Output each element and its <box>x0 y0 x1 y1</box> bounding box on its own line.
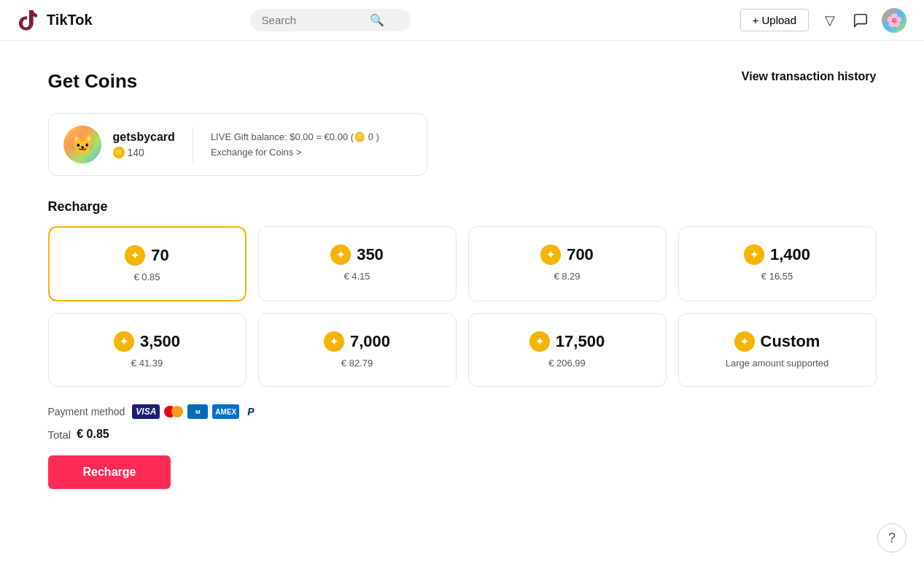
live-gift-balance: LIVE Gift balance: $0.00 = €0.00 (🪙 0 ) <box>211 131 379 142</box>
coin-card-2[interactable]: ✦700€ 8.29 <box>468 226 667 301</box>
recharge-section-title: Recharge <box>48 199 877 215</box>
coin-price-text: € 41.39 <box>131 358 163 369</box>
search-input[interactable] <box>262 14 364 26</box>
filter-icon[interactable]: ▽ <box>820 11 839 30</box>
total-value: € 0.85 <box>77 428 109 441</box>
vertical-divider <box>193 127 193 162</box>
user-avatar: 🐱 <box>63 126 101 163</box>
header-actions: + Upload ▽ 🌸 <box>740 8 906 33</box>
exchange-for-coins-link[interactable]: Exchange for Coins > <box>211 147 379 158</box>
maestro-icon: M <box>187 404 208 419</box>
coin-amount-text: 350 <box>357 245 384 264</box>
coin-amount-row: ✦Custom <box>734 331 820 352</box>
visa-icon: VISA <box>132 404 160 419</box>
live-gift-info: LIVE Gift balance: $0.00 = €0.00 (🪙 0 ) … <box>211 131 379 158</box>
avatar[interactable]: 🌸 <box>882 8 906 33</box>
coin-amount-row: ✦17,500 <box>529 331 605 352</box>
paypal-icon: P <box>244 404 257 419</box>
coin-amount-row: ✦700 <box>540 244 594 265</box>
view-transaction-history-link[interactable]: View transaction history <box>742 70 877 83</box>
mastercard-icon <box>164 406 183 417</box>
search-icon: 🔍 <box>370 13 384 27</box>
coin-price-text: € 8.29 <box>554 271 580 282</box>
coin-price-text: € 16.55 <box>761 271 793 282</box>
header: TikTok 🔍 + Upload ▽ 🌸 <box>0 0 924 41</box>
search-bar[interactable]: 🔍 <box>250 9 411 31</box>
payment-method-label: Payment method <box>48 406 125 417</box>
total-label: Total <box>48 428 71 441</box>
coin-card-1[interactable]: ✦350€ 4.15 <box>258 226 457 301</box>
user-info: getsbycard 🪙 140 <box>113 131 175 158</box>
coin-price-text: Large amount supported <box>726 358 829 369</box>
coin-card-0[interactable]: ✦70€ 0.85 <box>48 226 246 301</box>
coin-amount-text: 1,400 <box>770 245 810 264</box>
messages-icon[interactable] <box>851 11 870 30</box>
coin-card-4[interactable]: ✦3,500€ 41.39 <box>48 313 246 387</box>
tiktok-coin-icon: ✦ <box>330 244 351 265</box>
tiktok-coin-icon: ✦ <box>114 331 134 352</box>
coin-price-text: € 206.99 <box>548 358 586 369</box>
coin-card-6[interactable]: ✦17,500€ 206.99 <box>468 313 667 387</box>
main-content: Get Coins View transaction history 🐱 get… <box>25 41 900 518</box>
coin-amount-row: ✦7,000 <box>324 331 390 352</box>
upload-button[interactable]: + Upload <box>740 9 809 31</box>
recharge-button[interactable]: Recharge <box>48 455 171 489</box>
tiktok-coin-icon: ✦ <box>324 331 344 352</box>
top-row: Get Coins View transaction history <box>48 70 877 93</box>
payment-method-row: Payment method VISA M AMEX P <box>48 404 877 419</box>
coin-amount-text: 70 <box>151 246 168 265</box>
coins-grid: ✦70€ 0.85✦350€ 4.15✦700€ 8.29✦1,400€ 16.… <box>48 226 877 387</box>
tiktok-coin-icon: ✦ <box>540 244 561 265</box>
coin-amount-text: 17,500 <box>556 332 605 351</box>
logo[interactable]: TikTok <box>18 9 93 32</box>
coin-amount-text: 3,500 <box>140 332 180 351</box>
tiktok-logo-icon <box>18 9 41 32</box>
coin-card-3[interactable]: ✦1,400€ 16.55 <box>678 226 877 301</box>
coin-amount-row: ✦3,500 <box>114 331 180 352</box>
user-coins: 🪙 140 <box>113 147 175 158</box>
tiktok-coin-icon: ✦ <box>734 331 755 352</box>
user-card: 🐱 getsbycard 🪙 140 LIVE Gift balance: $0… <box>48 113 427 176</box>
amex-icon: AMEX <box>212 404 239 419</box>
coin-amount-row: ✦70 <box>125 245 168 266</box>
tiktok-coin-icon: ✦ <box>125 245 145 266</box>
coin-amount-row: ✦350 <box>330 244 384 265</box>
page-title: Get Coins <box>48 70 138 93</box>
tiktok-coin-icon: ✦ <box>744 244 764 265</box>
coin-amount-text: 700 <box>567 245 594 264</box>
payment-icons: VISA M AMEX P <box>132 404 257 419</box>
username: getsbycard <box>113 131 175 144</box>
coin-amount-row: ✦1,400 <box>744 244 810 265</box>
tiktok-coin-icon: ✦ <box>529 331 550 352</box>
coin-amount-text: Custom <box>761 332 820 351</box>
coin-price-text: € 0.85 <box>133 271 160 282</box>
coin-card-5[interactable]: ✦7,000€ 82.79 <box>258 313 457 387</box>
total-row: Total € 0.85 <box>48 428 877 441</box>
coin-price-text: € 82.79 <box>341 358 373 369</box>
coins-count: 140 <box>128 147 144 158</box>
coin-amount-text: 7,000 <box>350 332 390 351</box>
coin-icon-small: 🪙 <box>113 147 125 158</box>
coin-card-7[interactable]: ✦CustomLarge amount supported <box>678 313 877 387</box>
logo-text: TikTok <box>47 12 93 28</box>
coin-price-text: € 4.15 <box>343 271 370 282</box>
